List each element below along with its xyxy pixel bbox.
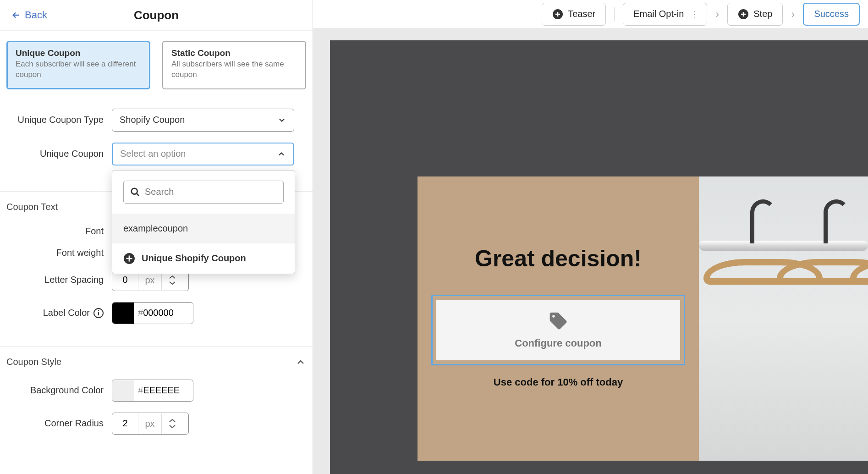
- more-icon[interactable]: ⋮: [687, 9, 702, 20]
- success-step[interactable]: Success: [803, 3, 860, 26]
- label-color-label: Label Color i: [6, 308, 112, 318]
- popup-preview[interactable]: Great decision! Configure coupon Use cod…: [418, 176, 699, 461]
- unique-coupon-type-label: Unique Coupon Type: [6, 114, 112, 126]
- panel-header: Back Coupon: [0, 0, 313, 31]
- chevron-down-icon: [277, 116, 286, 125]
- bg-color-swatch[interactable]: [112, 380, 134, 401]
- coupon-block: Configure coupon: [436, 300, 680, 360]
- font-label: Font: [6, 226, 112, 237]
- label-color-value[interactable]: [143, 308, 187, 318]
- corner-radius-row: Corner Radius px: [6, 413, 306, 435]
- unique-coupon-dropdown: examplecoupon Unique Shopify Coupon: [112, 170, 295, 274]
- plus-circle-icon: [738, 9, 749, 20]
- chevron-right-icon: ›: [788, 8, 797, 21]
- info-icon[interactable]: i: [93, 308, 104, 318]
- dropdown-add-label: Unique Shopify Coupon: [142, 253, 246, 264]
- unique-coupon-label: Unique Coupon: [6, 149, 112, 159]
- chevron-up-icon: [277, 149, 286, 159]
- static-coupon-title: Static Coupon: [171, 48, 297, 58]
- bg-color-value[interactable]: [143, 385, 187, 396]
- popup-subtitle: Use code for 10% off today: [432, 376, 684, 388]
- label-color-input[interactable]: #: [112, 302, 193, 324]
- success-label: Success: [814, 9, 849, 19]
- corner-radius-value[interactable]: [112, 418, 138, 429]
- chevron-down-icon: [168, 280, 176, 286]
- hanger: [850, 199, 868, 346]
- arrow-left-icon: [11, 10, 21, 20]
- static-coupon-desc: All subscribers will see the same coupon: [171, 59, 297, 80]
- unique-coupon-desc: Each subscriber will see a different cou…: [16, 59, 141, 80]
- unique-coupon-select[interactable]: Select an option: [112, 143, 294, 165]
- bg-color-row: Background Color #: [6, 380, 306, 402]
- plus-circle-icon: [123, 253, 135, 265]
- canvas: Great decision! Configure coupon Use cod…: [313, 28, 868, 474]
- coupon-style-section: Coupon Style Background Color # Corner R…: [0, 346, 313, 450]
- canvas-backdrop: Great decision! Configure coupon Use cod…: [330, 40, 868, 474]
- bg-color-input[interactable]: #: [112, 380, 193, 402]
- chevron-up-icon: [168, 418, 176, 424]
- unique-coupon-card[interactable]: Unique Coupon Each subscriber will see a…: [6, 41, 150, 89]
- preview-area: Teaser Email Opt-in ⋮ › Step › Success: [313, 0, 868, 474]
- corner-radius-input[interactable]: px: [112, 413, 189, 435]
- popup-title: Great decision!: [432, 245, 684, 272]
- coupon-style-title: Coupon Style: [6, 357, 61, 367]
- coupon-placeholder-text: Configure coupon: [515, 337, 601, 349]
- unique-coupon-placeholder: Select an option: [120, 149, 277, 159]
- font-weight-label: Font weight: [6, 248, 112, 258]
- dropdown-add-unique-shopify-coupon[interactable]: Unique Shopify Coupon: [112, 243, 295, 274]
- chevron-right-icon: ›: [713, 8, 722, 21]
- corner-radius-stepper[interactable]: [162, 418, 183, 429]
- settings-panel: Back Coupon Unique Coupon Each subscribe…: [0, 0, 313, 474]
- step-label: Step: [753, 9, 772, 19]
- hash-symbol: #: [134, 385, 143, 396]
- tag-icon: [548, 311, 568, 331]
- dropdown-option-examplecoupon[interactable]: examplecoupon: [112, 214, 295, 243]
- letter-spacing-stepper[interactable]: [162, 275, 183, 286]
- dropdown-search-input[interactable]: [145, 187, 277, 197]
- email-optin-step[interactable]: Email Opt-in ⋮: [623, 3, 707, 26]
- unique-coupon-row: Unique Coupon Select an option: [6, 143, 306, 165]
- bg-color-label: Background Color: [6, 385, 112, 396]
- email-optin-label: Email Opt-in: [633, 9, 684, 19]
- coupon-style-header[interactable]: Coupon Style: [6, 357, 306, 368]
- unique-coupon-title: Unique Coupon: [16, 48, 141, 58]
- hero-image: [699, 176, 868, 461]
- page-title: Coupon: [134, 8, 179, 22]
- chevron-down-icon: [168, 424, 176, 429]
- static-coupon-card[interactable]: Static Coupon All subscribers will see t…: [162, 41, 306, 89]
- unique-coupon-type-row: Unique Coupon Type Shopify Coupon: [6, 109, 306, 132]
- separator: [614, 7, 615, 22]
- dropdown-search-field[interactable]: [123, 181, 284, 204]
- letter-spacing-value[interactable]: [112, 275, 138, 285]
- dropdown-search-wrap: [112, 171, 295, 214]
- plus-circle-icon: [552, 9, 563, 20]
- corner-radius-label: Corner Radius: [6, 418, 112, 429]
- back-label: Back: [25, 9, 47, 21]
- label-color-row: Label Color i #: [6, 302, 306, 324]
- letter-spacing-label: Letter Spacing: [6, 275, 112, 285]
- unique-coupon-type-value: Shopify Coupon: [120, 115, 277, 125]
- back-button[interactable]: Back: [11, 9, 47, 21]
- hash-symbol: #: [134, 308, 143, 318]
- svg-point-0: [132, 188, 137, 194]
- teaser-step[interactable]: Teaser: [542, 3, 606, 26]
- coupon-block-selected[interactable]: Configure coupon: [431, 295, 685, 365]
- step-bar: Teaser Email Opt-in ⋮ › Step › Success: [313, 0, 868, 28]
- search-icon: [130, 187, 140, 197]
- add-step[interactable]: Step: [727, 3, 783, 26]
- label-color-swatch[interactable]: [112, 303, 134, 324]
- chevron-up-icon: [168, 275, 176, 280]
- unique-coupon-type-select[interactable]: Shopify Coupon: [112, 109, 294, 132]
- corner-radius-unit: px: [138, 413, 162, 434]
- chevron-up-icon: [295, 357, 306, 368]
- teaser-label: Teaser: [568, 9, 595, 19]
- coupon-type-cards: Unique Coupon Each subscriber will see a…: [6, 41, 306, 89]
